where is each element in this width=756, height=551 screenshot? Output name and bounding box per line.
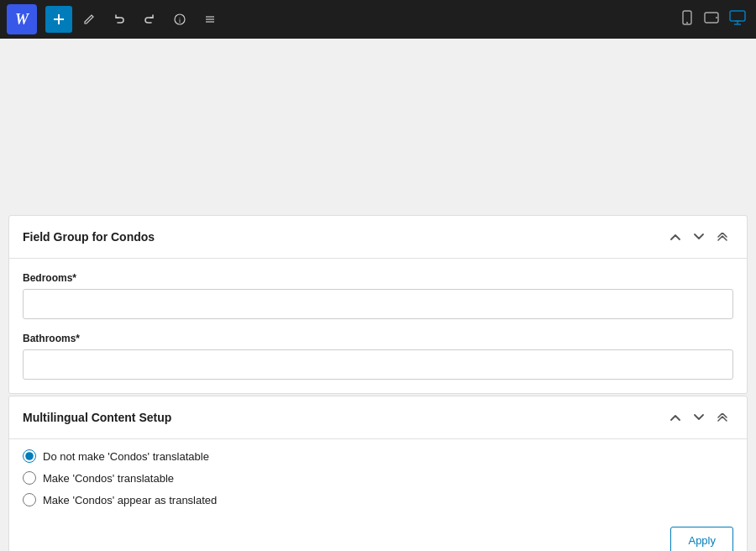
pencil-button[interactable] — [76, 6, 102, 33]
radio-make-translatable[interactable] — [23, 471, 36, 485]
svg-rect-11 — [730, 11, 745, 21]
apply-button[interactable]: Apply — [670, 527, 733, 551]
multilingual-radio-group: Do not make 'Condos' translatable Make '… — [9, 439, 747, 520]
list-view-button[interactable] — [197, 6, 223, 33]
multilingual-panel-header: Multilingual Content Setup — [9, 396, 747, 439]
wp-logo[interactable]: W — [7, 4, 37, 34]
double-chevron-up-icon — [717, 413, 727, 422]
bathrooms-input[interactable] — [23, 349, 733, 380]
multilingual-minimize-button[interactable] — [711, 407, 733, 428]
pencil-icon — [83, 13, 95, 25]
panels-area: Field Group for Condos — [0, 215, 756, 551]
field-group-panel-header: Field Group for Condos — [9, 216, 747, 259]
view-mode-controls — [677, 7, 749, 32]
radio-do-not-translate[interactable] — [23, 449, 36, 463]
radio-do-not-translate-label: Do not make 'Condos' translatable — [43, 450, 209, 463]
redo-button[interactable] — [136, 6, 163, 33]
tablet-view-icon[interactable] — [701, 8, 722, 31]
multilingual-collapse-down-button[interactable] — [688, 407, 710, 428]
desktop-view-icon[interactable] — [726, 7, 749, 32]
field-group-collapse-up-button[interactable] — [664, 226, 686, 248]
top-bar: W i — [0, 0, 756, 39]
chevron-up-icon — [670, 414, 680, 421]
field-group-panel-controls — [664, 226, 733, 248]
double-chevron-up-icon — [717, 233, 727, 241]
radio-item-do-not-translate[interactable]: Do not make 'Condos' translatable — [23, 449, 733, 463]
undo-icon — [113, 13, 125, 25]
info-button[interactable]: i — [166, 6, 193, 33]
field-group-minimize-button[interactable] — [711, 226, 733, 248]
mobile-view-icon[interactable] — [677, 7, 697, 32]
field-group-panel-title: Field Group for Condos — [23, 230, 664, 244]
editor-canvas — [0, 39, 756, 215]
redo-icon — [144, 13, 155, 25]
svg-text:i: i — [179, 16, 181, 24]
field-group-panel: Field Group for Condos — [8, 215, 748, 394]
chevron-up-icon — [670, 234, 680, 240]
bathrooms-label: Bathrooms* — [23, 333, 733, 344]
multilingual-panel: Multilingual Content Setup — [8, 396, 748, 551]
bathrooms-field-group: Bathrooms* — [23, 333, 733, 380]
field-group-collapse-down-button[interactable] — [688, 226, 710, 248]
list-icon — [204, 13, 216, 25]
bedrooms-field-group: Bedrooms* — [23, 272, 733, 319]
plus-icon — [53, 13, 65, 25]
multilingual-panel-controls — [664, 407, 733, 428]
bedrooms-input[interactable] — [23, 289, 733, 319]
radio-make-translatable-label: Make 'Condos' translatable — [43, 472, 174, 485]
radio-appear-translated-label: Make 'Condos' appear as translated — [43, 494, 217, 506]
radio-item-appear-translated[interactable]: Make 'Condos' appear as translated — [23, 493, 733, 506]
content-area: Field Group for Condos — [0, 39, 756, 551]
add-block-button[interactable] — [45, 6, 72, 33]
multilingual-panel-title: Multilingual Content Setup — [23, 411, 664, 424]
chevron-down-icon — [694, 234, 704, 240]
apply-area: Apply — [9, 520, 747, 551]
radio-appear-translated[interactable] — [23, 493, 36, 506]
svg-point-10 — [716, 17, 717, 18]
multilingual-collapse-up-button[interactable] — [664, 407, 686, 428]
undo-button[interactable] — [106, 6, 133, 33]
bedrooms-label: Bedrooms* — [23, 272, 733, 284]
chevron-down-icon — [694, 414, 704, 421]
wp-logo-text: W — [15, 11, 29, 29]
info-icon: i — [174, 13, 186, 25]
svg-point-8 — [686, 22, 688, 24]
field-group-panel-body: Bedrooms* Bathrooms* — [9, 259, 747, 393]
radio-item-make-translatable[interactable]: Make 'Condos' translatable — [23, 471, 733, 485]
